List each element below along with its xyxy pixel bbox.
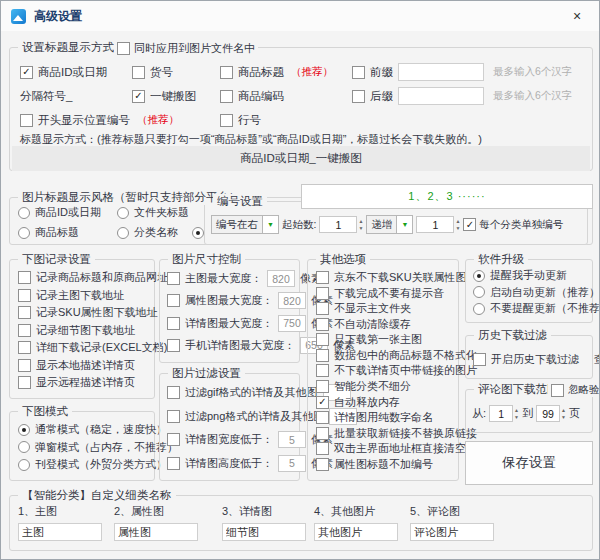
size-value-input[interactable]: 820 bbox=[267, 270, 295, 287]
title-mode-cell-7[interactable]: 后缀最多输入6个汉字 bbox=[352, 87, 588, 105]
checkbox[interactable] bbox=[18, 376, 31, 389]
number-position-select[interactable]: 编号在右 ▼ bbox=[211, 215, 279, 234]
category-4-input[interactable] bbox=[314, 523, 398, 541]
checkbox[interactable]: ✓ bbox=[132, 90, 145, 103]
category-5-input[interactable] bbox=[410, 523, 494, 541]
spinner[interactable]: ▲▼ bbox=[514, 408, 519, 420]
other-item-0[interactable]: 京东不下载SKU关联属性图 bbox=[316, 270, 456, 285]
suffix-input[interactable] bbox=[398, 87, 484, 105]
size-item-1[interactable]: 属性图最大宽度：820像素 bbox=[167, 292, 297, 309]
other-item-10[interactable]: 批量获取新链接不替换原链接 bbox=[316, 426, 456, 441]
record-item-2[interactable]: 记录SKU属性图下载地址 bbox=[18, 305, 152, 320]
category-1-input[interactable] bbox=[18, 523, 102, 541]
start-number-input[interactable]: 1 bbox=[319, 216, 357, 233]
checkbox[interactable] bbox=[18, 271, 31, 284]
other-item-6[interactable]: 不下载详情页中带链接的图片 bbox=[316, 363, 456, 378]
style-radio-0[interactable]: 商品ID或日期 bbox=[18, 205, 112, 220]
checkbox[interactable] bbox=[316, 364, 329, 377]
checkbox[interactable] bbox=[316, 287, 329, 300]
checkbox[interactable] bbox=[167, 386, 180, 399]
skip-verify-checkbox[interactable]: 忽略验证 bbox=[548, 383, 600, 397]
checkbox[interactable] bbox=[20, 114, 33, 127]
checkbox[interactable] bbox=[167, 317, 180, 330]
upgrade-item-2[interactable]: 不要提醒更新（不推荐） bbox=[473, 301, 590, 316]
step-value-input[interactable]: 1 bbox=[416, 216, 454, 233]
checkbox[interactable] bbox=[167, 294, 180, 307]
category-3-input[interactable] bbox=[222, 523, 306, 541]
checkbox[interactable] bbox=[316, 380, 329, 393]
other-item-5[interactable]: 数据包中的商品标题不格式化 bbox=[316, 348, 456, 363]
other-item-2[interactable]: 不显示主文件夹 bbox=[316, 301, 456, 316]
upgrade-item-1[interactable]: 启动自动更新（推荐） bbox=[473, 285, 590, 300]
checkbox[interactable] bbox=[316, 302, 329, 315]
checkbox[interactable] bbox=[18, 289, 31, 302]
checkbox[interactable]: ✓ bbox=[20, 66, 33, 79]
down-mode-item-1[interactable]: 弹窗模式（占内存，不推荐） bbox=[18, 440, 152, 455]
other-item-12[interactable]: 属性图标题不加编号 bbox=[316, 457, 456, 472]
checkbox[interactable] bbox=[352, 66, 365, 79]
record-item-0[interactable]: 记录商品标题和原商品网址 bbox=[18, 270, 152, 285]
other-item-7[interactable]: 智能分类不细分 bbox=[316, 379, 456, 394]
radio-button[interactable] bbox=[18, 459, 30, 471]
checkbox[interactable] bbox=[167, 339, 180, 352]
spinner[interactable]: ▲▼ bbox=[455, 219, 460, 231]
view-link[interactable]: 查看 bbox=[594, 352, 600, 367]
checkbox[interactable] bbox=[220, 66, 233, 79]
other-item-4[interactable]: 只下载第一张主图 bbox=[316, 332, 456, 347]
checkbox[interactable] bbox=[18, 359, 31, 372]
record-item-5[interactable]: 显示本地描述详情页 bbox=[18, 358, 152, 373]
title-mode-cell-5[interactable]: ✓一键搬图 bbox=[132, 89, 220, 104]
record-item-3[interactable]: 记录细节图下载地址 bbox=[18, 323, 152, 338]
size-item-3[interactable]: 手机详情图最大宽度：650像素 bbox=[167, 337, 297, 354]
spinner[interactable]: ▲▼ bbox=[358, 219, 363, 231]
other-item-9[interactable]: 详情图用纯数字命名 bbox=[316, 410, 456, 425]
upgrade-item-0[interactable]: 提醒我手动更新 bbox=[473, 268, 590, 283]
checkbox[interactable] bbox=[18, 306, 31, 319]
spinner[interactable]: ▲▼ bbox=[561, 408, 566, 420]
record-item-6[interactable]: 显示远程描述详情页 bbox=[18, 375, 152, 390]
radio-button[interactable] bbox=[18, 441, 30, 453]
checkbox[interactable] bbox=[18, 341, 31, 354]
radio-button[interactable] bbox=[473, 270, 485, 282]
other-item-11[interactable]: 双击主界面地址框直接清空 bbox=[316, 441, 456, 456]
size-value-input[interactable]: 750 bbox=[278, 315, 306, 332]
other-item-1[interactable]: 下载完成不要有提示音 bbox=[316, 286, 456, 301]
record-item-1[interactable]: 记录主图下载地址 bbox=[18, 288, 152, 303]
radio-button[interactable] bbox=[117, 227, 129, 239]
style-radio-2[interactable]: 商品标题 bbox=[18, 225, 112, 240]
record-item-4[interactable]: 详细下载记录(EXCEL文档) bbox=[18, 340, 152, 355]
title-mode-cell-1[interactable]: 货号 bbox=[132, 65, 220, 80]
filter-item-0[interactable]: 过滤gif格式的详情及其他图 bbox=[167, 384, 297, 401]
checkbox[interactable] bbox=[316, 427, 329, 440]
checkbox[interactable] bbox=[316, 411, 329, 424]
checkbox[interactable] bbox=[220, 114, 233, 127]
checkbox[interactable] bbox=[18, 324, 31, 337]
chevron-down-icon[interactable]: ▼ bbox=[397, 215, 413, 234]
checkbox[interactable] bbox=[167, 433, 180, 446]
apply-to-filename-checkbox[interactable]: 同时应用到图片文件名中 bbox=[114, 41, 258, 56]
checkbox[interactable] bbox=[316, 442, 329, 455]
checkbox[interactable] bbox=[220, 90, 233, 103]
title-mode-cell-6[interactable]: 商品编码 bbox=[220, 89, 352, 104]
radio-button[interactable] bbox=[192, 227, 204, 239]
title-mode-cell-0[interactable]: ✓商品ID或日期 bbox=[20, 65, 132, 80]
checkbox[interactable] bbox=[132, 66, 145, 79]
size-value-input[interactable]: 820 bbox=[278, 292, 306, 309]
radio-button[interactable] bbox=[117, 207, 129, 219]
checkbox[interactable] bbox=[316, 271, 329, 284]
filter-value-input[interactable]: 5 bbox=[278, 431, 306, 448]
radio-button[interactable] bbox=[473, 286, 485, 298]
title-mode-cell-9[interactable]: 行号 bbox=[220, 113, 352, 128]
step-mode-select[interactable]: 递增 ▼ bbox=[366, 215, 413, 234]
history-filter-checkbox[interactable] bbox=[473, 353, 486, 366]
save-settings-button[interactable]: 保存设置 bbox=[465, 441, 593, 485]
style-radio-1[interactable]: 文件夹标题 bbox=[117, 205, 211, 220]
per-category-checkbox[interactable]: ✓ bbox=[463, 218, 476, 231]
radio-button[interactable] bbox=[18, 424, 30, 436]
radio-button[interactable] bbox=[18, 207, 30, 219]
checkbox[interactable] bbox=[167, 410, 180, 423]
from-page-input[interactable]: 1 bbox=[489, 405, 513, 422]
to-page-input[interactable]: 99 bbox=[536, 405, 560, 422]
filter-value-input[interactable]: 5 bbox=[278, 455, 306, 472]
category-2-input[interactable] bbox=[114, 523, 198, 541]
